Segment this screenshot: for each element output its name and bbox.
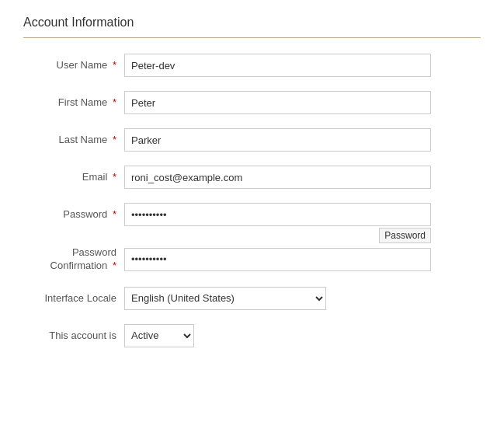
email-label: Email * [23,170,124,184]
account-status-select[interactable]: Active Inactive [124,324,194,347]
locale-select[interactable]: English (United States) French (France) … [124,287,326,310]
password-input[interactable] [124,203,431,226]
password-confirm-label: Password Confirmation * [23,246,124,273]
password-required: * [113,208,116,220]
password-confirm-required: * [113,260,116,271]
password-label: Password * [23,208,124,221]
section-divider [23,37,481,38]
locale-select-wrapper: English (United States) French (France) … [124,287,431,310]
lastname-required: * [113,134,116,145]
password-confirm-input[interactable] [124,248,431,271]
locale-row: Interface Locale English (United States)… [23,287,481,310]
firstname-input[interactable] [124,91,431,114]
account-status-label: This account is [23,329,124,343]
locale-label: Interface Locale [23,291,124,305]
username-required: * [113,59,116,71]
lastname-label: Last Name * [23,133,124,147]
email-required: * [113,171,116,183]
password-row: Password * Password [23,203,481,226]
page-container: Account Information User Name * First Na… [0,0,504,385]
email-row: Email * [23,166,481,189]
account-status-row: This account is Active Inactive [23,324,481,347]
account-status-wrapper: Active Inactive [124,324,431,347]
firstname-required: * [113,96,116,108]
username-input[interactable] [124,54,431,77]
lastname-input[interactable] [124,128,431,152]
firstname-row: First Name * [23,91,481,114]
password-tooltip: Password [379,228,431,243]
firstname-label: First Name * [23,96,124,110]
password-confirm-row: Password Confirmation * [23,246,481,273]
username-row: User Name * [23,54,481,77]
email-input[interactable] [124,166,431,189]
lastname-row: Last Name * [23,128,481,152]
username-label: User Name * [23,58,124,72]
password-wrapper: Password [124,203,431,226]
section-title: Account Information [23,16,481,30]
